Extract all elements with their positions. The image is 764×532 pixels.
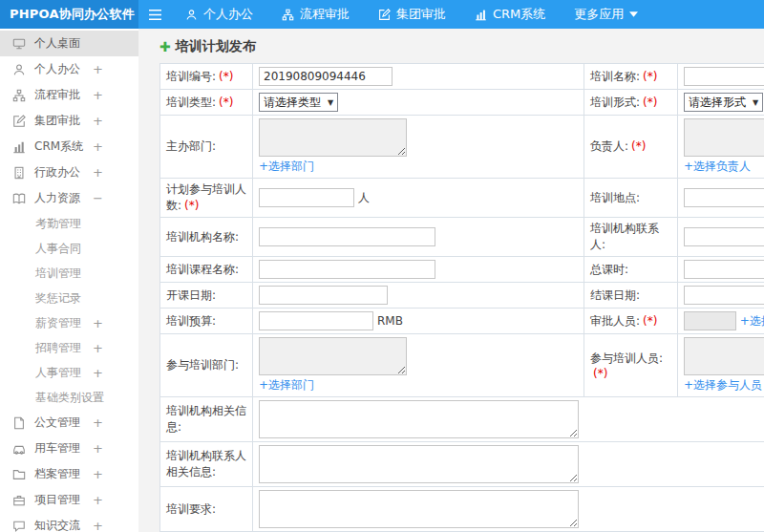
- sidebar-subitem-rewards[interactable]: 奖惩记录: [0, 286, 138, 310]
- chevron-down-icon: [629, 11, 638, 17]
- monitor-icon: [12, 37, 26, 51]
- select-join-people-link[interactable]: +选择参与人员: [684, 378, 762, 392]
- expand-icon[interactable]: +: [93, 366, 103, 380]
- topmenu-group-approval[interactable]: 集团审批: [364, 0, 460, 29]
- expand-icon[interactable]: +: [93, 519, 103, 532]
- topmenu-workflow-approval[interactable]: 流程审批: [267, 0, 364, 29]
- form-row: 开课日期: 结课日期:: [160, 283, 764, 309]
- expand-icon[interactable]: +: [93, 493, 103, 507]
- sidebar-item-label: 人事管理: [35, 365, 81, 381]
- form-row: 培训机构联系人相关信息:: [160, 442, 764, 487]
- location-input[interactable]: [684, 188, 764, 207]
- select-leader-link[interactable]: +选择负责人: [684, 160, 751, 173]
- sidebar-subitem-salary[interactable]: 薪资管理 +: [0, 310, 138, 335]
- topmenu-personal-office[interactable]: 个人办公: [171, 0, 267, 29]
- expand-icon[interactable]: +: [93, 467, 103, 481]
- chart-icon: [475, 9, 487, 21]
- sidebar-subitem-recruit[interactable]: 招聘管理 +: [0, 335, 138, 360]
- org-info-textarea[interactable]: [259, 400, 579, 438]
- course-name-input[interactable]: [259, 260, 435, 279]
- training-type-select[interactable]: 请选择类型▼: [259, 93, 338, 112]
- requirements-textarea[interactable]: [259, 490, 579, 528]
- select-join-dept-link[interactable]: +选择部门: [259, 378, 314, 392]
- training-form-select[interactable]: 请选择形式▼: [684, 93, 763, 112]
- sidebar-item-crm[interactable]: CRM系统 +: [0, 134, 138, 160]
- training-no-input[interactable]: [259, 67, 393, 86]
- hamburger-menu-icon[interactable]: [138, 0, 171, 29]
- form-row: 培训编号:(*) 培训名称:(*): [160, 64, 764, 90]
- sidebar-subitem-hr-contract[interactable]: 人事合同: [0, 236, 138, 261]
- topmenu-label: 流程审批: [300, 6, 350, 23]
- sidebar-item-archive-mgmt[interactable]: 档案管理 +: [0, 461, 138, 487]
- sidebar-subitem-base-category[interactable]: 基础类别设置: [0, 385, 138, 410]
- sidebar-subitem-personnel[interactable]: 人事管理 +: [0, 360, 138, 385]
- leader-textarea[interactable]: [684, 118, 764, 157]
- host-dept-textarea[interactable]: [259, 118, 407, 157]
- sidebar-item-project-mgmt[interactable]: 项目管理 +: [0, 487, 138, 513]
- select-approver-link[interactable]: +选择审批人员: [740, 314, 764, 328]
- end-date-label: 结课日期:: [590, 288, 640, 302]
- host-dept-label: 主办部门:: [166, 139, 216, 153]
- training-name-label: 培训名称:: [590, 70, 640, 83]
- org-contact-input[interactable]: [684, 227, 764, 246]
- training-form-label: 培训形式:: [590, 96, 640, 109]
- budget-input[interactable]: [259, 311, 373, 330]
- folder-icon: [12, 468, 26, 481]
- sidebar-subitem-training[interactable]: 培训管理: [0, 261, 138, 286]
- sidebar-item-group-approval[interactable]: 集团审批 +: [0, 108, 138, 134]
- org-contact-info-textarea[interactable]: [259, 445, 579, 483]
- doc-icon: [12, 416, 26, 430]
- select-host-dept-link[interactable]: +选择部门: [259, 160, 314, 173]
- required-mark: (*): [593, 367, 607, 380]
- sidebar-item-admin-office[interactable]: 行政办公 +: [0, 160, 138, 185]
- training-type-label: 培训类型:: [166, 96, 216, 109]
- start-date-input[interactable]: [259, 286, 388, 305]
- sidebar-item-label: 基础类别设置: [35, 390, 104, 406]
- chevron-down-icon: ▼: [753, 98, 758, 107]
- join-people-textarea[interactable]: [684, 337, 764, 375]
- expand-icon[interactable]: +: [93, 341, 103, 355]
- expand-icon[interactable]: +: [93, 139, 103, 154]
- topmenu-more-apps[interactable]: 更多应用: [560, 0, 652, 29]
- sidebar-item-document-mgmt[interactable]: 公文管理 +: [0, 410, 138, 436]
- sidebar-item-knowledge[interactable]: 知识交流 +: [0, 513, 138, 532]
- budget-label: 培训预算:: [166, 314, 216, 328]
- form-row: 培训类型:(*) 请选择类型▼ 培训形式:(*) 请选择形式▼: [160, 90, 764, 116]
- planned-count-label: 计划参与培训人数:: [166, 182, 246, 212]
- expand-icon[interactable]: +: [93, 165, 103, 180]
- org-name-input[interactable]: [259, 227, 435, 246]
- total-hours-input[interactable]: [684, 260, 764, 279]
- approver-input[interactable]: [684, 311, 736, 330]
- sidebar-item-label: 招聘管理: [35, 340, 81, 356]
- unit-label: 人: [358, 191, 370, 204]
- expand-icon[interactable]: +: [93, 114, 103, 128]
- expand-icon[interactable]: +: [93, 415, 103, 430]
- training-name-input[interactable]: [684, 67, 764, 86]
- join-dept-textarea[interactable]: [259, 337, 407, 375]
- currency-label: RMB: [377, 314, 403, 328]
- sidebar-item-label: 集团审批: [34, 113, 80, 129]
- sidebar-item-vehicle-mgmt[interactable]: 用车管理 +: [0, 436, 138, 461]
- expand-icon[interactable]: +: [93, 316, 103, 330]
- planned-count-input[interactable]: [259, 188, 354, 207]
- topmenu-crm[interactable]: CRM系统: [460, 0, 560, 29]
- sidebar-item-hr[interactable]: 人力资源 −: [0, 185, 138, 211]
- sidebar-item-label: 个人办公: [34, 61, 80, 77]
- sidebar-item-workflow-approval[interactable]: 流程审批 +: [0, 82, 138, 108]
- expand-icon[interactable]: +: [93, 441, 103, 456]
- sidebar-item-desktop[interactable]: 个人桌面: [0, 31, 138, 56]
- sidebar-item-label: 流程审批: [34, 87, 80, 103]
- end-date-input[interactable]: [684, 286, 764, 305]
- required-mark: (*): [631, 139, 646, 153]
- sidebar-item-label: 考勤管理: [35, 216, 81, 232]
- expand-icon[interactable]: +: [93, 62, 103, 76]
- sidebar-item-label: 薪资管理: [35, 315, 81, 331]
- user-icon: [185, 9, 198, 21]
- collapse-icon[interactable]: −: [93, 191, 103, 205]
- sidebar-item-personal-office[interactable]: 个人办公 +: [0, 56, 138, 82]
- edit-icon: [12, 115, 26, 128]
- form-row: 参与培训部门: +选择部门 参与培训人员:(*) +选择参与人员: [160, 334, 764, 397]
- expand-icon[interactable]: +: [93, 88, 103, 102]
- sidebar-subitem-attendance[interactable]: 考勤管理: [0, 211, 138, 236]
- required-mark: (*): [643, 96, 657, 109]
